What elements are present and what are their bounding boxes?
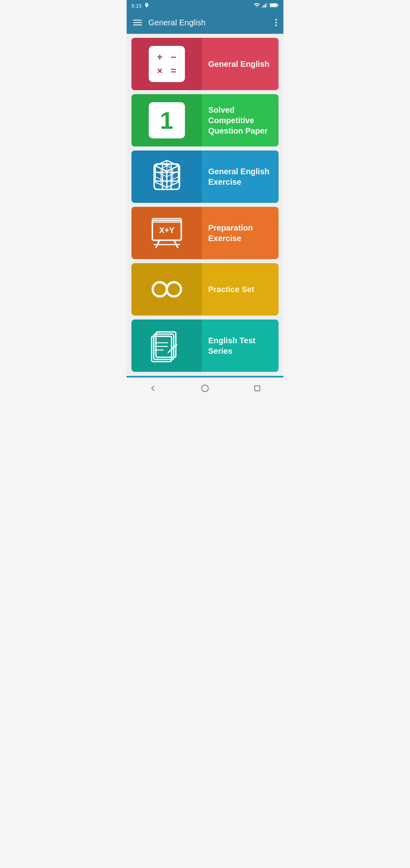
svg-point-30 bbox=[152, 282, 166, 296]
infinity-icon bbox=[149, 271, 185, 307]
svg-rect-3 bbox=[266, 3, 267, 8]
card-preparation-exercise-label-section: Preparation Exercise bbox=[202, 207, 279, 259]
card-test-series[interactable]: English Test Series bbox=[131, 320, 279, 372]
location-icon bbox=[144, 2, 150, 9]
dot-3 bbox=[275, 25, 277, 26]
formula-board-icon: X+Y bbox=[149, 215, 185, 251]
hamburger-line-1 bbox=[133, 20, 142, 21]
svg-line-38 bbox=[168, 345, 176, 352]
home-button[interactable] bbox=[195, 379, 215, 398]
svg-rect-1 bbox=[264, 5, 264, 7]
svg-point-31 bbox=[167, 282, 181, 296]
card-general-english-label: General English bbox=[208, 59, 269, 69]
card-solved-competitive-icon: 1 bbox=[131, 94, 202, 146]
back-button[interactable] bbox=[143, 379, 162, 398]
card-practice-set-label-section: Practice Set bbox=[202, 263, 279, 315]
signal-icon bbox=[262, 2, 268, 9]
svg-line-40 bbox=[168, 351, 169, 353]
equals-symbol: = bbox=[168, 65, 179, 76]
card-test-series-label-section: English Test Series bbox=[202, 320, 279, 372]
status-time: 6:15 bbox=[131, 3, 141, 9]
toolbar: General English bbox=[127, 11, 283, 34]
svg-rect-2 bbox=[265, 4, 266, 8]
status-bar-right bbox=[254, 2, 279, 9]
wifi-icon bbox=[254, 2, 260, 9]
card-general-english[interactable]: + − × = General English bbox=[131, 38, 279, 90]
svg-rect-5 bbox=[277, 4, 278, 6]
hamburger-line-3 bbox=[133, 25, 142, 25]
card-practice-set-icon bbox=[131, 263, 202, 315]
card-test-series-icon bbox=[131, 320, 202, 372]
recent-apps-button[interactable] bbox=[248, 379, 267, 398]
card-english-exercise-icon bbox=[131, 151, 202, 203]
times-symbol: × bbox=[154, 65, 166, 76]
card-preparation-exercise[interactable]: X+Y Preparation Exercise bbox=[131, 207, 279, 259]
card-general-english-label-section: General English bbox=[202, 38, 279, 90]
svg-line-28 bbox=[174, 240, 178, 247]
card-english-exercise[interactable]: General English Exercise bbox=[131, 151, 279, 203]
notes-icon bbox=[149, 328, 185, 364]
status-bar: 6:15 bbox=[127, 0, 283, 11]
minus-symbol: − bbox=[168, 52, 179, 63]
hamburger-line-2 bbox=[133, 22, 142, 23]
card-practice-set-label: Practice Set bbox=[208, 284, 254, 295]
bottom-nav-bar bbox=[127, 377, 283, 398]
card-solved-competitive-label-section: Solved Competitive Question Paper bbox=[202, 94, 279, 146]
card-general-english-icon: + − × = bbox=[131, 38, 202, 90]
card-preparation-exercise-label: Preparation Exercise bbox=[208, 223, 272, 243]
math-icon: + − × = bbox=[149, 46, 185, 82]
main-content: + − × = General English 1 Solved Competi… bbox=[127, 34, 283, 376]
svg-text:X+Y: X+Y bbox=[159, 226, 174, 235]
dot-2 bbox=[275, 22, 277, 23]
status-bar-left: 6:15 bbox=[131, 2, 150, 9]
card-solved-competitive[interactable]: 1 Solved Competitive Question Paper bbox=[131, 94, 279, 146]
svg-line-27 bbox=[156, 240, 160, 247]
card-practice-set[interactable]: Practice Set bbox=[131, 263, 279, 315]
card-test-series-label: English Test Series bbox=[208, 335, 272, 356]
card-english-exercise-label-section: General English Exercise bbox=[202, 151, 279, 203]
dot-1 bbox=[275, 19, 277, 21]
toolbar-title: General English bbox=[148, 18, 269, 27]
svg-rect-6 bbox=[270, 4, 277, 7]
more-menu-button[interactable] bbox=[275, 19, 277, 26]
card-solved-competitive-label: Solved Competitive Question Paper bbox=[208, 105, 272, 136]
svg-rect-42 bbox=[255, 386, 260, 391]
one-icon: 1 bbox=[149, 102, 185, 138]
battery-icon bbox=[270, 2, 279, 9]
card-preparation-exercise-icon: X+Y bbox=[131, 207, 202, 259]
cube-icon bbox=[149, 159, 185, 195]
card-english-exercise-label: General English Exercise bbox=[208, 166, 272, 187]
hamburger-menu-button[interactable] bbox=[133, 20, 142, 25]
svg-point-41 bbox=[202, 385, 209, 392]
plus-symbol: + bbox=[154, 52, 166, 63]
svg-rect-0 bbox=[262, 6, 263, 7]
